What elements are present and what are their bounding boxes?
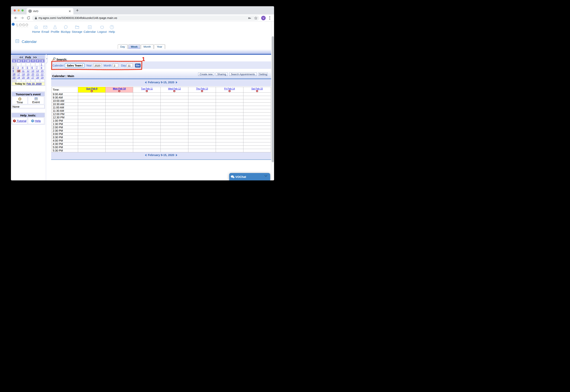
svg-text:?: ?	[32, 120, 33, 122]
